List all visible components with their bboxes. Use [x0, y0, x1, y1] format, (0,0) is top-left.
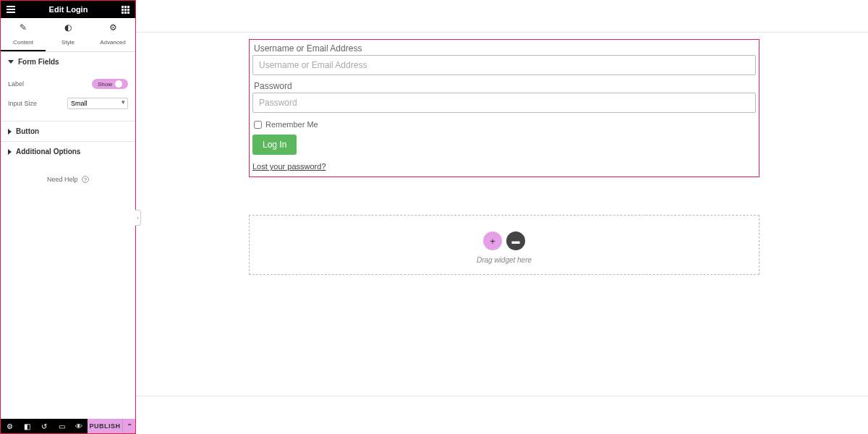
caret-down-icon [8, 60, 14, 64]
login-button[interactable]: Log In [252, 135, 297, 155]
section-form-fields: Form Fields Label Show Input Size Small [1, 52, 135, 122]
control-label-name: Label [8, 80, 24, 88]
remember-row: Remember Me [254, 120, 756, 129]
panel-sections: Form Fields Label Show Input Size Small [1, 52, 135, 419]
need-help-text: Need Help [47, 176, 78, 183]
password-input[interactable] [252, 93, 756, 113]
gear-icon: ⚙ [90, 22, 135, 33]
drop-zone-text: Drag widget here [250, 256, 759, 264]
section-additional-options-title: Additional Options [16, 148, 80, 156]
lost-password-link[interactable]: Lost your password? [252, 162, 756, 171]
section-additional-options: Additional Options [1, 142, 135, 161]
login-button-label: Log In [263, 140, 286, 150]
tab-advanced-label: Advanced [100, 39, 126, 46]
control-label: Label Show [8, 75, 128, 93]
widgets-icon[interactable] [122, 6, 129, 14]
editor-sidebar: Edit Login ✎ Content ◐ Style ⚙ Advanced … [0, 0, 136, 434]
login-widget[interactable]: Username or Email Address Password Remem… [249, 39, 760, 177]
drop-zone-buttons: + ▬ [250, 231, 759, 250]
section-button: Button [1, 122, 135, 142]
tab-content-label: Content [13, 39, 33, 46]
tab-advanced[interactable]: ⚙ Advanced [90, 18, 135, 51]
section-button-title: Button [16, 127, 39, 135]
publish-button[interactable]: PUBLISH [88, 419, 122, 433]
navigator-icon[interactable]: ◧ [18, 419, 35, 433]
need-help[interactable]: Need Help ? [1, 161, 135, 197]
preview-icon[interactable]: 👁 [70, 419, 88, 433]
input-size-select[interactable]: Small [67, 98, 128, 109]
section-form-fields-title: Form Fields [18, 58, 59, 66]
section-form-fields-body: Label Show Input Size Small [1, 72, 135, 121]
username-label: Username or Email Address [254, 43, 756, 54]
sidebar-title: Edit Login [49, 5, 88, 14]
publish-label: PUBLISH [89, 422, 120, 430]
bottom-bar: ⚙ ◧ ↺ ▭ 👁 PUBLISH ⌃ [1, 419, 135, 433]
responsive-icon[interactable]: ▭ [53, 419, 70, 433]
input-size-select-wrap: Small [67, 98, 128, 109]
sidebar-header: Edit Login [1, 1, 135, 18]
sidebar-collapse-handle[interactable]: ‹ [135, 210, 141, 226]
remember-checkbox[interactable] [254, 121, 262, 129]
tab-content[interactable]: ✎ Content [1, 18, 46, 51]
style-icon: ◐ [46, 22, 90, 33]
section-form-fields-header[interactable]: Form Fields [1, 52, 135, 72]
pencil-icon: ✎ [1, 22, 46, 33]
settings-icon[interactable]: ⚙ [1, 419, 18, 433]
remember-label: Remember Me [265, 120, 318, 129]
history-icon[interactable]: ↺ [35, 419, 53, 433]
add-section-button[interactable]: + [483, 231, 502, 250]
username-input[interactable] [252, 55, 756, 75]
tab-style-label: Style [61, 39, 75, 46]
section-additional-options-header[interactable]: Additional Options [1, 142, 135, 161]
divider [136, 396, 868, 396]
tab-style[interactable]: ◐ Style [46, 18, 90, 51]
caret-right-icon [8, 129, 12, 135]
settings-tabs: ✎ Content ◐ Style ⚙ Advanced [1, 18, 135, 52]
menu-icon[interactable] [7, 6, 15, 13]
editor-canvas: ‹ Username or Email Address Password Rem… [136, 0, 868, 434]
drop-zone[interactable]: + ▬ Drag widget here [249, 215, 760, 275]
template-button[interactable]: ▬ [506, 231, 525, 250]
password-label: Password [254, 81, 756, 91]
control-input-size: Input Size Small [8, 93, 128, 114]
section-button-header[interactable]: Button [1, 122, 135, 141]
publish-options[interactable]: ⌃ [122, 419, 135, 433]
label-toggle-text: Show [98, 81, 112, 88]
divider [136, 32, 868, 33]
label-toggle[interactable]: Show [92, 79, 128, 89]
control-input-size-name: Input Size [8, 100, 37, 107]
caret-right-icon [8, 149, 12, 155]
help-icon: ? [82, 176, 89, 183]
